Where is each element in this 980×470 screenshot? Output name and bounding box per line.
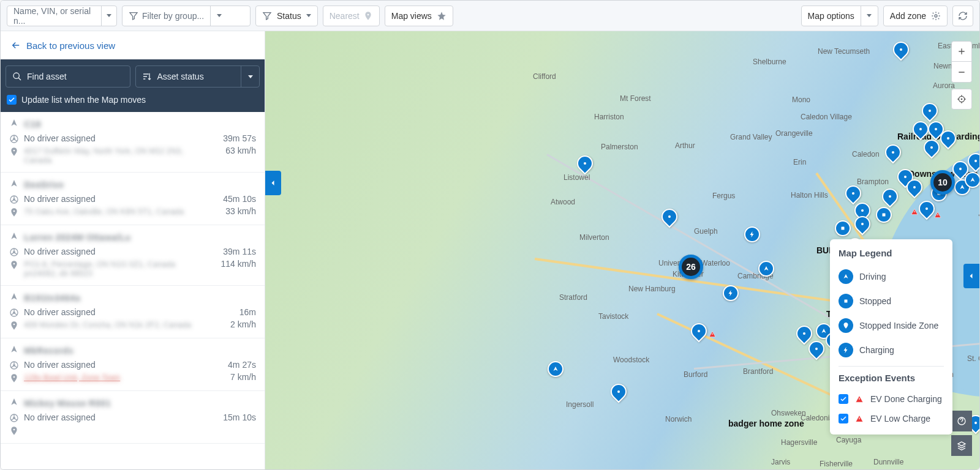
asset-list: C18 No driver assigned 4017 Dufferin Way… [1,112,265,469]
legend-icon [839,294,853,308]
add-zone-button[interactable]: Add zone [883,6,948,26]
alert-triangle-icon[interactable] [933,211,942,218]
map-pin[interactable] [845,185,861,201]
chevron-down-icon [306,14,311,17]
asset-status-dropdown[interactable]: Asset status [135,65,260,88]
map-pin[interactable] [968,153,979,169]
sort-icon [142,72,152,81]
asset-item[interactable]: Lorren 2024M Ottawa/Lu No driver assigne… [1,225,265,286]
city-label: Mt Forest [620,94,651,103]
top-toolbar: Name, VIN, or serial n... Filter by grou… [1,1,979,31]
chevron-down-icon[interactable] [861,6,878,26]
checkbox-checked-icon [839,394,848,404]
svg-point-5 [13,199,15,201]
map-pin[interactable] [876,207,892,223]
svg-point-13 [13,417,15,419]
asset-address: 129x Bowl Unit, Zone Town [24,373,120,382]
map-pin[interactable] [662,209,677,225]
map-pin[interactable] [809,341,824,357]
legend-exception-item[interactable]: EV Low Charge [839,409,944,428]
map-pin[interactable] [893,42,909,58]
cluster-marker[interactable]: 26 [679,255,703,279]
zoom-out-button[interactable] [951,62,972,83]
map-pin[interactable] [965,172,979,188]
locate-button[interactable] [951,89,972,110]
map-options-dropdown[interactable]: Map options [801,6,878,26]
search-asset-dropdown[interactable]: Name, VIN, or serial n... [7,6,117,26]
find-asset-button[interactable]: Find asset [6,65,130,88]
map-pin[interactable] [835,220,851,236]
city-label: Grand Valley [730,133,772,141]
city-label: New Hamburg [628,285,676,293]
map-pin[interactable] [882,188,898,204]
map-pin[interactable] [940,130,956,146]
map-pin[interactable] [919,201,935,217]
plus-icon [957,47,967,56]
collapse-sidebar-tab[interactable] [265,171,281,195]
collapse-legend-tab[interactable] [963,264,979,288]
refresh-button[interactable] [952,6,973,26]
svg-point-49 [974,422,977,424]
chevron-down-icon[interactable] [210,6,227,26]
help-button[interactable] [951,411,972,431]
asset-item[interactable]: C18 No driver assigned 4017 Dufferin Way… [1,112,265,173]
city-label: Jarvis [771,458,790,466]
asset-item[interactable]: MkRecords No driver assigned 129x Bowl U… [1,338,265,391]
map-canvas[interactable]: ShelburneMt ForestMonoGrand ValleyOrange… [265,31,979,469]
map-pin[interactable] [796,326,812,341]
map-pin[interactable] [548,361,564,377]
svg-point-19 [617,390,620,393]
city-label: Halton Hills [791,191,828,200]
map-pin[interactable] [924,140,940,155]
asset-item[interactable]: B191tn3464a No driver assigned 409 Monde… [1,286,265,338]
nearest-button[interactable]: Nearest [323,6,380,26]
map-pin[interactable] [922,103,938,119]
map-pin[interactable] [913,121,929,137]
city-label: St. Catharines [967,354,979,363]
group-filter-dropdown[interactable]: Filter by group... [122,6,251,26]
arrow-left-icon [10,40,21,51]
city-label: Fergus [712,192,735,200]
map-views-button[interactable]: Map views [385,6,453,26]
map-pin[interactable] [907,179,922,195]
star-icon [437,11,447,21]
city-label: Tavistock [598,312,628,321]
map-pin[interactable] [744,226,760,242]
asset-time: 15m 10s [207,412,256,422]
map-pin[interactable] [854,216,870,232]
map-pin[interactable] [885,144,901,160]
update-list-checkbox[interactable]: Update list when the Map moves [6,92,260,107]
city-label: New Tecumseth [818,47,870,56]
asset-sidebar: Back to previous view Find asset Asset s… [1,31,265,469]
asset-item[interactable]: DeeDrive No driver assigned 75 Oaks Ave,… [1,173,265,225]
back-link[interactable]: Back to previous view [10,40,255,51]
svg-point-37 [929,110,931,112]
checkbox-checked-icon [839,414,848,423]
svg-point-16 [584,162,586,165]
heading-arrow-icon [9,397,19,409]
sidebar-dark-controls: Find asset Asset status Update list when… [1,59,265,112]
svg-point-42 [913,186,916,188]
chevron-down-icon[interactable] [101,6,116,26]
svg-point-40 [947,137,949,140]
zoom-in-button[interactable] [951,41,972,62]
alert-triangle-icon[interactable] [708,330,717,338]
svg-point-0 [935,15,937,17]
map-pin[interactable] [723,285,739,301]
map-pin[interactable] [611,384,627,400]
status-dropdown[interactable]: Status [255,6,318,26]
alert-triangle-icon[interactable] [910,208,919,215]
asset-item[interactable]: Mickey Mouse R001 No driver assigned 15m… [1,391,265,444]
pin-icon [363,11,373,21]
city-label: Ingersoll [566,400,594,409]
chevron-down-icon[interactable] [241,66,259,87]
map-pin[interactable] [577,155,593,171]
asset-speed: 63 km/h [207,146,256,155]
legend-item: Stopped Inside Zone [839,313,944,338]
cluster-marker[interactable]: 10 [930,170,955,195]
svg-point-28 [861,209,864,212]
layers-button[interactable] [951,435,972,456]
legend-exception-item[interactable]: EV Done Charging [839,389,944,409]
map-pin[interactable] [691,323,707,339]
map-pin[interactable] [758,261,774,277]
